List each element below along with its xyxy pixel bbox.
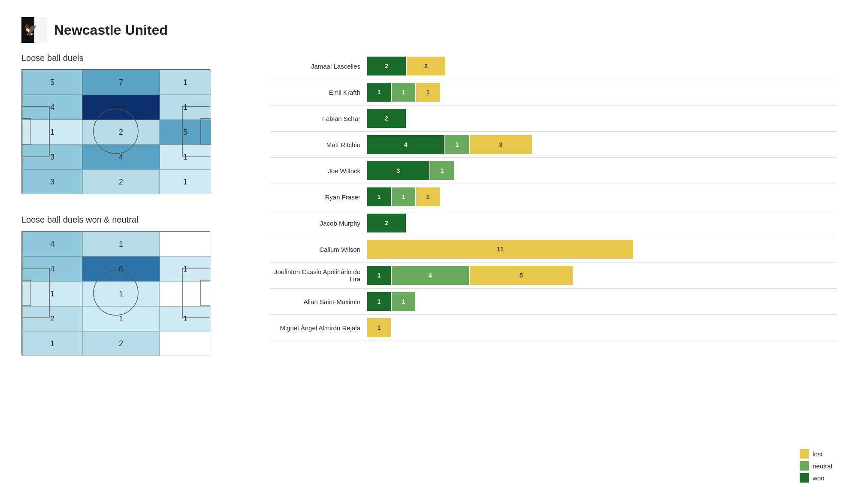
cell-value: 2	[119, 178, 123, 187]
bar-won: 1	[367, 83, 391, 102]
pitch-cell-r5-c1: 3	[22, 169, 82, 194]
bar-container: 1	[367, 318, 391, 337]
bar-lost: 5	[470, 266, 573, 285]
cell-value: 1	[119, 290, 123, 299]
player-name: Allan Saint-Maximin	[270, 298, 360, 305]
bar-neutral: 1	[445, 135, 469, 154]
bar-won: 1	[367, 266, 391, 285]
pitch-cell-r1-c2: 7	[82, 70, 160, 95]
cell-value: 1	[119, 240, 123, 249]
player-name: Emil Krafth	[270, 89, 360, 96]
club-logo: 🦅	[21, 17, 47, 43]
pitch-cell-r3-c2: 2	[82, 120, 160, 145]
legend-color-box	[800, 449, 809, 459]
bar-lost: 1	[416, 83, 440, 102]
legend-item: won	[800, 473, 832, 483]
bar-container: 2	[367, 214, 406, 232]
player-name: Ryan Fraser	[270, 193, 360, 201]
pitch-cell-r3-c3: 5	[160, 120, 211, 145]
pitch-cell-r4-c2: 4	[82, 145, 160, 169]
cell-value: 1	[50, 339, 54, 348]
pitch-cell-r1-c3: 1	[160, 70, 211, 95]
cell-value: 3	[50, 153, 54, 162]
pitch-cell-r2-c2: 6	[82, 257, 160, 281]
bar-neutral: 1	[392, 292, 415, 311]
bar-lost: 1	[416, 187, 440, 206]
bar-neutral: 1	[392, 187, 415, 206]
legend-label: lost	[813, 450, 822, 458]
cell-value: 2	[119, 128, 123, 137]
bar-won: 2	[367, 109, 406, 128]
player-row: Allan Saint-Maximin11	[270, 289, 837, 315]
cell-value: 3	[50, 178, 54, 187]
bar-lost: 11	[367, 240, 633, 259]
bar-container: 145	[367, 266, 573, 285]
bar-lost: 1	[367, 318, 391, 337]
player-row: Emil Krafth111	[270, 79, 837, 106]
legend-item: neutral	[800, 461, 832, 471]
bar-won: 2	[367, 214, 406, 232]
bar-container: 111	[367, 83, 440, 102]
pitch-cell-r5-c2: 2	[82, 169, 160, 194]
bar-neutral: 4	[392, 266, 469, 285]
player-name: Callum Wilson	[270, 246, 360, 253]
player-name: Matt Ritchie	[270, 141, 360, 148]
legend-color-box	[800, 473, 809, 483]
player-row: Jacob Murphy2	[270, 210, 837, 236]
cell-value: 2	[119, 339, 123, 348]
cell-value: 10	[117, 103, 125, 112]
pitch-cell-r2-c2: 10	[82, 95, 160, 120]
player-row: Joelinton Cassio Apolinário de Lira145	[270, 263, 837, 289]
pitch-cell-r2-c1: 4	[22, 257, 82, 281]
pitch-cell-r4-c2: 1	[82, 306, 160, 331]
cell-value: 1	[183, 78, 187, 87]
cell-value: 4	[50, 265, 54, 274]
bar-neutral: 1	[430, 161, 454, 180]
player-name: Joelinton Cassio Apolinário de Lira	[270, 268, 360, 283]
bar-lost: 2	[407, 57, 445, 75]
cell-value: 5	[50, 78, 54, 87]
pitch-top-title: Loose ball duels	[21, 53, 245, 63]
pitch-column: Loose ball duels 5714101125341321 Lo	[21, 53, 245, 487]
pitch-cell-r2-c3: 1	[160, 257, 211, 281]
pitch-cell-r1-c2: 1	[82, 232, 160, 257]
pitch-cell-r1-c1: 4	[22, 232, 82, 257]
cell-value: 1	[50, 128, 54, 137]
player-name: Miguel Ángel Almirón Rejala	[270, 324, 360, 332]
pitch-bottom-title: Loose ball duels won & neutral	[21, 215, 245, 225]
cell-value: 1	[183, 314, 187, 323]
legend: lostneutralwon	[800, 449, 832, 483]
pitch-cell-r5-c1: 1	[22, 331, 82, 356]
cell-value: 4	[119, 153, 123, 162]
cell-value: 4	[50, 240, 54, 249]
player-row: Joe Willock31	[270, 158, 837, 184]
cell-value: 1	[183, 178, 187, 187]
cell-value: 4	[50, 103, 54, 112]
pitch-cell-r4-c3: 1	[160, 145, 211, 169]
cell-value: 1	[183, 153, 187, 162]
legend-label: neutral	[813, 462, 832, 470]
bar-won: 1	[367, 187, 391, 206]
player-name: Fabian Schär	[270, 115, 360, 122]
pitch-cell-r3-c1: 1	[22, 281, 82, 306]
legend-item: lost	[800, 449, 832, 459]
bar-container: 11	[367, 240, 633, 259]
bar-won: 3	[367, 161, 429, 180]
player-bars-container: Jamaal Lascelles22Emil Krafth111Fabian S…	[270, 53, 837, 341]
pitch-cell-r1-c3	[160, 232, 211, 257]
bar-won: 1	[367, 292, 391, 311]
cell-value: 7	[119, 78, 123, 87]
player-row: Matt Ritchie413	[270, 132, 837, 158]
legend-label: won	[813, 474, 825, 482]
cell-value: 1	[183, 103, 187, 112]
pitch-top-grid: 5714101125341321	[21, 69, 210, 193]
pitch-cell-r5-c2: 2	[82, 331, 160, 356]
bar-container: 11	[367, 292, 415, 311]
svg-text:🦅: 🦅	[24, 23, 38, 36]
pitch-cell-r4-c1: 2	[22, 306, 82, 331]
pitch-cell-r3-c3	[160, 281, 211, 306]
player-row: Ryan Fraser111	[270, 184, 837, 210]
pitch-cell-r5-c3	[160, 331, 211, 356]
bar-neutral: 1	[392, 83, 415, 102]
pitch-cell-r4-c3: 1	[160, 306, 211, 331]
